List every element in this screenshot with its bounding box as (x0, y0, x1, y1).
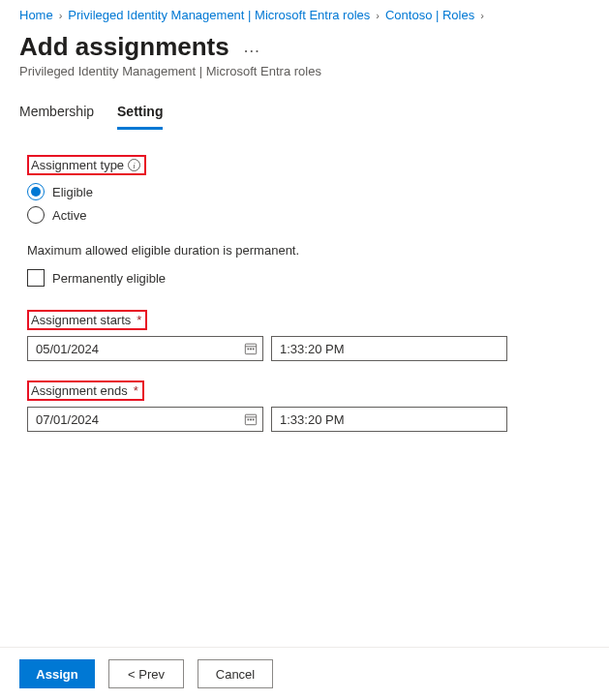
page-subtitle: Privileged Identity Management | Microso… (19, 64, 590, 78)
max-duration-text: Maximum allowed eligible duration is per… (27, 243, 590, 258)
radio-active[interactable]: Active (27, 206, 590, 224)
assignment-starts-label: Assignment starts (31, 313, 131, 327)
radio-eligible-label: Eligible (52, 185, 93, 199)
breadcrumb-link-home[interactable]: Home (19, 8, 53, 22)
breadcrumb: Home › Privileged Identity Management | … (19, 8, 590, 22)
assign-button[interactable]: Assign (19, 659, 95, 688)
tab-membership[interactable]: Membership (19, 98, 94, 130)
breadcrumb-link-contoso[interactable]: Contoso | Roles (385, 8, 474, 22)
assignment-type-label: Assignment type (31, 158, 124, 172)
info-icon[interactable]: i (128, 159, 140, 171)
starts-date-input[interactable] (27, 336, 263, 361)
highlight-assignment-type: Assignment type i (27, 155, 146, 175)
required-mark: * (134, 383, 138, 398)
page-title: Add assignments (19, 32, 229, 62)
permanently-eligible-label: Permanently eligible (52, 271, 166, 286)
chevron-right-icon: › (376, 10, 380, 21)
radio-icon (27, 183, 45, 200)
radio-active-label: Active (52, 208, 86, 223)
chevron-right-icon: › (480, 10, 484, 21)
radio-icon (27, 206, 45, 224)
prev-button[interactable]: < Prev (108, 659, 184, 688)
chevron-right-icon: › (59, 10, 63, 21)
ends-time-input[interactable] (271, 407, 507, 432)
more-actions-button[interactable]: … (239, 37, 264, 57)
required-mark: * (137, 313, 141, 327)
assignment-type-group: Eligible Active (27, 183, 590, 224)
tab-setting[interactable]: Setting (117, 98, 163, 130)
checkbox-icon (27, 269, 45, 287)
permanently-eligible-checkbox[interactable]: Permanently eligible (27, 269, 590, 287)
radio-eligible[interactable]: Eligible (27, 183, 590, 200)
tabs: Membership Setting (19, 98, 590, 130)
ends-date-input[interactable] (27, 407, 263, 432)
breadcrumb-link-pim[interactable]: Privileged Identity Management | Microso… (68, 8, 370, 22)
footer: Assign < Prev Cancel (0, 647, 609, 700)
highlight-assignment-ends: Assignment ends * (27, 380, 144, 401)
assignment-ends-label: Assignment ends (31, 383, 128, 398)
starts-time-input[interactable] (271, 336, 507, 361)
cancel-button[interactable]: Cancel (198, 659, 273, 688)
highlight-assignment-starts: Assignment starts * (27, 310, 147, 330)
